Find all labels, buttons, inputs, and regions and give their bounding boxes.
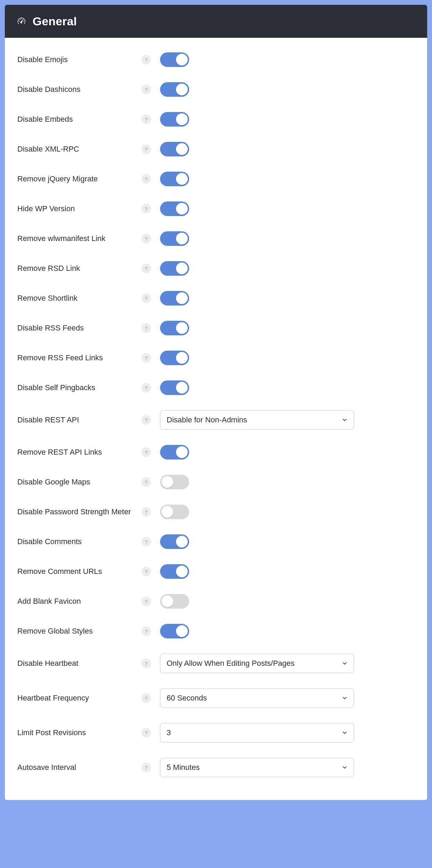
toggle-knob	[176, 54, 188, 66]
limit-post-revisions-select[interactable]: 3	[160, 723, 354, 742]
setting-label: Remove Shortlink	[17, 293, 135, 303]
disable-self-pingbacks-toggle[interactable]	[160, 380, 189, 395]
control-cell	[160, 380, 189, 395]
control-cell: 60 Seconds	[160, 688, 354, 708]
help-icon[interactable]: ?	[141, 693, 151, 703]
setting-label: Remove RSD Link	[17, 263, 135, 274]
disable-emojis-toggle[interactable]	[160, 52, 189, 67]
setting-row-remove-comment-urls: Remove Comment URLs?	[15, 557, 417, 586]
disable-dashicons-toggle[interactable]	[160, 82, 189, 97]
remove-jquery-migrate-toggle[interactable]	[160, 172, 189, 186]
control-cell	[160, 291, 189, 306]
help-icon[interactable]: ?	[141, 353, 151, 363]
control-cell	[160, 201, 189, 216]
help-icon[interactable]: ?	[141, 323, 151, 333]
control-cell	[160, 231, 189, 246]
help-icon[interactable]: ?	[141, 114, 151, 124]
help-icon[interactable]: ?	[141, 55, 151, 65]
help-icon[interactable]: ?	[141, 447, 151, 457]
help-icon[interactable]: ?	[141, 596, 151, 606]
disable-embeds-toggle[interactable]	[160, 112, 189, 127]
disable-comments-toggle[interactable]	[160, 534, 189, 549]
help-icon[interactable]: ?	[141, 174, 151, 184]
select-value[interactable]: 60 Seconds	[160, 688, 354, 708]
control-cell	[160, 321, 189, 335]
remove-rest-api-links-toggle[interactable]	[160, 445, 189, 459]
setting-label: Disable Heartbeat	[17, 658, 135, 669]
select-value[interactable]: 5 Minutes	[160, 758, 354, 777]
remove-global-styles-toggle[interactable]	[160, 624, 189, 638]
add-blank-favicon-toggle[interactable]	[160, 594, 189, 609]
control-cell	[160, 351, 189, 365]
help-icon[interactable]: ?	[141, 626, 151, 636]
remove-shortlink-toggle[interactable]	[160, 291, 189, 306]
disable-google-maps-toggle[interactable]	[160, 475, 189, 489]
setting-label: Autosave Interval	[17, 762, 135, 773]
hide-wp-version-toggle[interactable]	[160, 201, 189, 216]
setting-row-remove-shortlink: Remove Shortlink?	[15, 283, 417, 313]
select-value[interactable]: 3	[160, 723, 354, 742]
toggle-knob	[176, 113, 188, 125]
control-cell	[160, 475, 189, 489]
control-cell	[160, 624, 189, 638]
control-cell	[160, 112, 189, 127]
setting-label: Remove REST API Links	[17, 447, 135, 457]
disable-password-strength-toggle[interactable]	[160, 505, 189, 519]
heartbeat-frequency-select[interactable]: 60 Seconds	[160, 688, 354, 708]
toggle-knob	[176, 84, 188, 95]
disable-heartbeat-select[interactable]: Only Allow When Editing Posts/Pages	[160, 654, 354, 673]
help-icon[interactable]: ?	[141, 264, 151, 273]
help-icon[interactable]: ?	[141, 293, 151, 303]
control-cell	[160, 505, 189, 519]
setting-row-remove-jquery-migrate: Remove jQuery Migrate?	[15, 164, 417, 194]
control-cell	[160, 261, 189, 276]
help-icon[interactable]: ?	[141, 144, 151, 154]
setting-label: Disable RSS Feeds	[17, 323, 135, 333]
help-icon[interactable]: ?	[141, 507, 151, 517]
select-value[interactable]: Only Allow When Editing Posts/Pages	[160, 654, 354, 673]
setting-row-remove-global-styles: Remove Global Styles?	[15, 616, 417, 646]
toggle-knob	[161, 595, 173, 607]
toggle-knob	[176, 233, 188, 244]
help-icon[interactable]: ?	[141, 415, 151, 425]
toggle-knob	[161, 506, 173, 518]
toggle-knob	[176, 566, 188, 577]
toggle-knob	[176, 292, 188, 304]
setting-row-autosave-interval: Autosave Interval?5 Minutes	[15, 750, 417, 785]
disable-xml-rpc-toggle[interactable]	[160, 142, 189, 156]
control-cell	[160, 172, 189, 186]
setting-row-disable-heartbeat: Disable Heartbeat?Only Allow When Editin…	[15, 646, 417, 681]
remove-rsd-link-toggle[interactable]	[160, 261, 189, 276]
control-cell	[160, 594, 189, 609]
help-icon[interactable]: ?	[141, 659, 151, 668]
help-icon[interactable]: ?	[141, 234, 151, 243]
remove-rss-feed-links-toggle[interactable]	[160, 351, 189, 365]
help-icon[interactable]: ?	[141, 204, 151, 214]
control-cell	[160, 52, 189, 67]
setting-label: Limit Post Revisions	[17, 728, 135, 738]
disable-rss-feeds-toggle[interactable]	[160, 321, 189, 335]
toggle-knob	[176, 625, 188, 637]
help-icon[interactable]: ?	[141, 763, 151, 772]
control-cell: Disable for Non-Admins	[160, 410, 354, 430]
remove-wlwmanifest-link-toggle[interactable]	[160, 231, 189, 246]
help-icon[interactable]: ?	[141, 85, 151, 94]
setting-row-disable-dashicons: Disable Dashicons?	[15, 75, 417, 104]
autosave-interval-select[interactable]: 5 Minutes	[160, 758, 354, 777]
disable-rest-api-select[interactable]: Disable for Non-Admins	[160, 410, 354, 430]
setting-label: Add Blank Favicon	[17, 596, 135, 607]
help-icon[interactable]: ?	[141, 537, 151, 547]
setting-row-remove-wlwmanifest-link: Remove wlwmanifest Link?	[15, 224, 417, 253]
select-value[interactable]: Disable for Non-Admins	[160, 410, 354, 430]
setting-row-disable-emojis: Disable Emojis?	[15, 45, 417, 75]
help-icon[interactable]: ?	[141, 728, 151, 738]
setting-row-disable-self-pingbacks: Disable Self Pingbacks?	[15, 373, 417, 403]
setting-row-disable-embeds: Disable Embeds?	[15, 104, 417, 134]
panel-body: Disable Emojis?Disable Dashicons?Disable…	[5, 38, 427, 800]
toggle-knob	[176, 352, 188, 364]
help-icon[interactable]: ?	[141, 383, 151, 393]
help-icon[interactable]: ?	[141, 477, 151, 487]
control-cell: Only Allow When Editing Posts/Pages	[160, 654, 354, 673]
help-icon[interactable]: ?	[141, 567, 151, 576]
remove-comment-urls-toggle[interactable]	[160, 564, 189, 579]
